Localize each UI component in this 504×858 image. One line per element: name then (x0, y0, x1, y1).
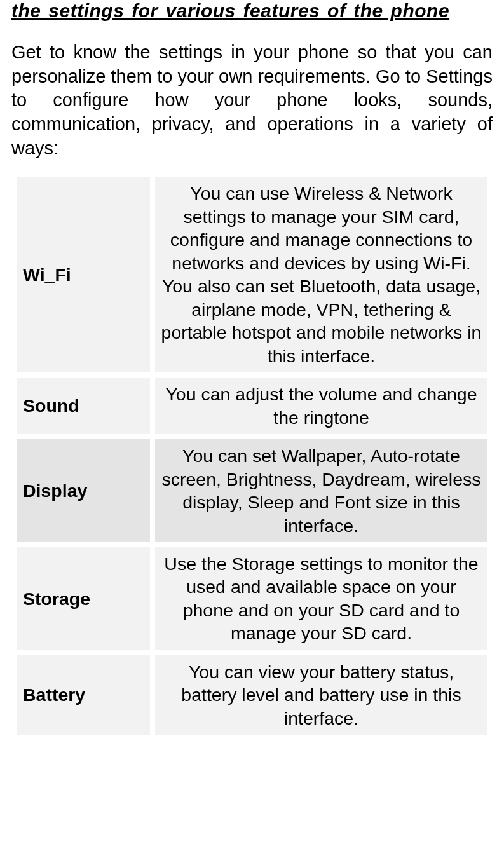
table-row: Wi_FiYou can use Wireless & Network sett… (17, 177, 487, 372)
setting-label: Display (17, 439, 150, 542)
settings-table: Wi_FiYou can use Wireless & Network sett… (11, 172, 493, 740)
table-row: DisplayYou can set Wallpaper, Auto-rotat… (17, 439, 487, 542)
setting-label: Sound (17, 378, 150, 434)
table-row: SoundYou can adjust the volume and chang… (17, 378, 487, 434)
table-row: StorageUse the Storage settings to monit… (17, 547, 487, 650)
setting-label: Storage (17, 547, 150, 650)
setting-description: You can use Wireless & Network settings … (155, 177, 487, 372)
page-title: the settings for various features of the… (11, 0, 493, 22)
setting-description: You can set Wallpaper, Auto-rotate scree… (155, 439, 487, 542)
setting-label: Wi_Fi (17, 177, 150, 372)
setting-label: Battery (17, 655, 150, 735)
intro-paragraph: Get to know the settings in your phone s… (11, 41, 493, 160)
setting-description: You can adjust the volume and change the… (155, 378, 487, 434)
setting-description: Use the Storage settings to monitor the … (155, 547, 487, 650)
table-row: BatteryYou can view your battery status,… (17, 655, 487, 735)
setting-description: You can view your battery status, batter… (155, 655, 487, 735)
